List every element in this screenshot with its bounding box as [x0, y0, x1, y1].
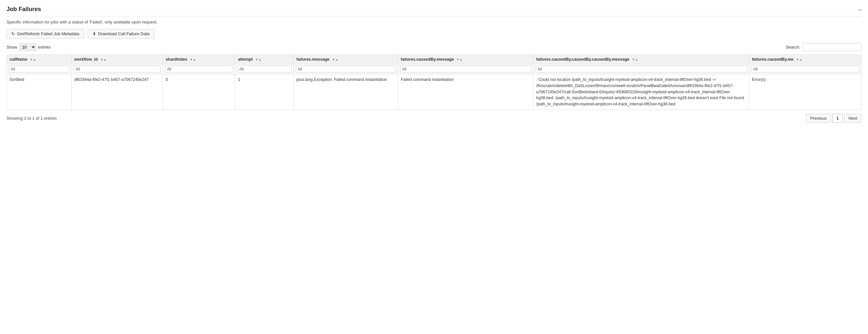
col-workflow-id[interactable]: workflow_id ▼▲ — [71, 55, 163, 64]
search-input[interactable] — [803, 43, 862, 51]
entries-select[interactable]: 10 25 50 100 — [19, 44, 36, 51]
toolbar: ↻ Get/Refresh Failed Job Metadata ⬇ Down… — [6, 29, 862, 38]
col-attempt[interactable]: attempt ▼▲ — [235, 55, 293, 64]
show-label: Show — [6, 45, 17, 50]
subtitle-text: Specific information for jobs with a sta… — [6, 20, 862, 25]
sort-icon-shard: ▼▲ — [190, 58, 196, 61]
sort-icon-attempt: ▼▲ — [255, 58, 261, 61]
col-causedby-message[interactable]: failures.causedBy.message ▼▲ — [398, 55, 533, 64]
pagination: Previous 1 Next — [806, 114, 862, 123]
filter-attempt[interactable] — [237, 65, 291, 73]
download-label: Download Call Failure Data — [98, 31, 150, 36]
table-row: SortBeddf63364a-f0e2-47f1-b457-a7067245e… — [7, 74, 862, 110]
cell-shardIndex: 0 — [163, 74, 235, 110]
entries-info: Showing 1 to 1 of 1 entries — [6, 116, 57, 121]
col-shard-index[interactable]: shardIndex ▼▲ — [163, 55, 235, 64]
search-label: Search: — [785, 45, 800, 50]
search-row: Search: — [785, 43, 862, 51]
refresh-button[interactable]: ↻ Get/Refresh Failed Job Metadata — [6, 29, 84, 38]
refresh-label: Get/Refresh Failed Job Metadata — [17, 31, 80, 36]
panel-header: Job Failures – — [6, 6, 862, 16]
table-body: SortBeddf63364a-f0e2-47f1-b457-a7067245e… — [7, 74, 862, 110]
sort-icon-caused2: ▼▲ — [632, 58, 638, 61]
filter-fail-msg[interactable] — [296, 65, 396, 73]
next-button[interactable]: Next — [844, 114, 862, 123]
download-button[interactable]: ⬇ Download Call Failure Data — [88, 29, 154, 38]
job-failures-panel: Job Failures – Specific information for … — [0, 0, 868, 129]
download-icon: ⬇ — [93, 31, 96, 36]
sort-icon-workflow: ▼▲ — [100, 58, 106, 61]
cell-callName: SortBed — [7, 74, 72, 110]
table-container: callName ▼▲ workflow_id ▼▲ shardIndex ▼▲… — [6, 54, 862, 110]
sort-icon-callname: ▼▲ — [30, 58, 36, 61]
previous-button[interactable]: Previous — [806, 114, 831, 123]
filter-caused[interactable] — [400, 65, 531, 73]
cell-failures_message: java.lang.Exception: Failed command inst… — [293, 74, 398, 110]
sort-icon-caused: ▼▲ — [457, 58, 463, 61]
filter-row — [7, 64, 862, 74]
filter-caused2[interactable] — [535, 65, 747, 73]
sort-icon-caused3: ▼▲ — [796, 58, 803, 61]
cell-failures_causedBy_message: Failed command instantiation — [398, 74, 533, 110]
page-title: Job Failures — [6, 6, 41, 13]
filter-callname[interactable] — [9, 65, 69, 73]
failures-table: callName ▼▲ workflow_id ▼▲ shardIndex ▼▲… — [6, 54, 862, 110]
filter-shard[interactable] — [165, 65, 233, 73]
page-1-button[interactable]: 1 — [832, 114, 843, 123]
filter-caused3[interactable] — [751, 65, 859, 73]
sort-icon-fail: ▼▲ — [332, 58, 339, 61]
entries-label: entries — [38, 45, 51, 50]
cell-failures_causedBy_causedBy_causedBy_message: : Could not localize /path_to_inputs/tru… — [533, 74, 749, 110]
col-failures-message[interactable]: failures.message ▼▲ — [293, 55, 398, 64]
cell-workflow_id: df63364a-f0e2-47f1-b457-a7067245e247 — [71, 74, 163, 110]
controls-row: Show 10 25 50 100 entries Search: — [6, 43, 862, 51]
refresh-icon: ↻ — [11, 31, 15, 36]
col-callname[interactable]: callName ▼▲ — [7, 55, 72, 64]
col-causedby-causedby[interactable]: failures.causedBy.causedBy.causedBy.mess… — [533, 55, 749, 64]
cell-attempt: 1 — [235, 74, 293, 110]
filter-workflow[interactable] — [74, 65, 161, 73]
column-header-row: callName ▼▲ workflow_id ▼▲ shardIndex ▼▲… — [7, 55, 862, 64]
show-entries: Show 10 25 50 100 entries — [6, 44, 51, 51]
close-button[interactable]: – — [858, 6, 862, 12]
col-causedby-me[interactable]: failures.causedBy.me ▼▲ — [749, 55, 861, 64]
footer-row: Showing 1 to 1 of 1 entries Previous 1 N… — [6, 114, 862, 123]
cell-failures_causedBy_me: Error(s) — [749, 74, 861, 110]
